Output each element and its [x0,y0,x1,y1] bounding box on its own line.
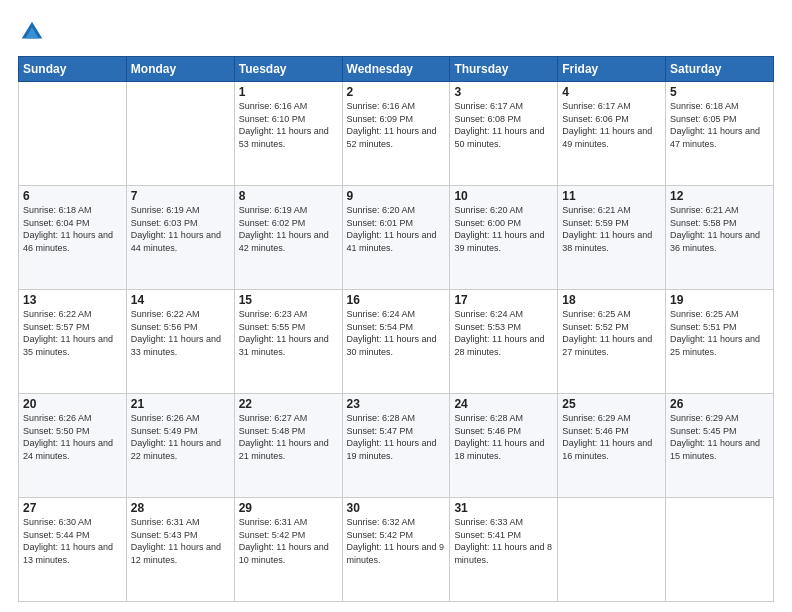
day-number: 28 [131,501,230,515]
day-info: Sunrise: 6:28 AM Sunset: 5:46 PM Dayligh… [454,412,553,462]
day-info: Sunrise: 6:20 AM Sunset: 6:01 PM Dayligh… [347,204,446,254]
day-info: Sunrise: 6:27 AM Sunset: 5:48 PM Dayligh… [239,412,338,462]
calendar-cell: 27Sunrise: 6:30 AM Sunset: 5:44 PM Dayli… [19,498,127,602]
calendar-cell: 18Sunrise: 6:25 AM Sunset: 5:52 PM Dayli… [558,290,666,394]
calendar-cell: 22Sunrise: 6:27 AM Sunset: 5:48 PM Dayli… [234,394,342,498]
day-info: Sunrise: 6:22 AM Sunset: 5:56 PM Dayligh… [131,308,230,358]
calendar-cell: 20Sunrise: 6:26 AM Sunset: 5:50 PM Dayli… [19,394,127,498]
calendar-cell: 14Sunrise: 6:22 AM Sunset: 5:56 PM Dayli… [126,290,234,394]
day-info: Sunrise: 6:26 AM Sunset: 5:49 PM Dayligh… [131,412,230,462]
calendar-cell: 7Sunrise: 6:19 AM Sunset: 6:03 PM Daylig… [126,186,234,290]
day-info: Sunrise: 6:21 AM Sunset: 5:58 PM Dayligh… [670,204,769,254]
day-number: 18 [562,293,661,307]
calendar-table: SundayMondayTuesdayWednesdayThursdayFrid… [18,56,774,602]
weekday-header-tuesday: Tuesday [234,57,342,82]
day-info: Sunrise: 6:26 AM Sunset: 5:50 PM Dayligh… [23,412,122,462]
calendar-cell [666,498,774,602]
day-info: Sunrise: 6:16 AM Sunset: 6:09 PM Dayligh… [347,100,446,150]
calendar-cell: 10Sunrise: 6:20 AM Sunset: 6:00 PM Dayli… [450,186,558,290]
day-number: 20 [23,397,122,411]
day-number: 19 [670,293,769,307]
day-info: Sunrise: 6:24 AM Sunset: 5:53 PM Dayligh… [454,308,553,358]
day-number: 9 [347,189,446,203]
calendar-week-2: 6Sunrise: 6:18 AM Sunset: 6:04 PM Daylig… [19,186,774,290]
calendar-cell [19,82,127,186]
calendar-cell: 4Sunrise: 6:17 AM Sunset: 6:06 PM Daylig… [558,82,666,186]
calendar-cell [558,498,666,602]
calendar-cell: 26Sunrise: 6:29 AM Sunset: 5:45 PM Dayli… [666,394,774,498]
calendar-week-5: 27Sunrise: 6:30 AM Sunset: 5:44 PM Dayli… [19,498,774,602]
day-number: 29 [239,501,338,515]
day-number: 1 [239,85,338,99]
day-number: 2 [347,85,446,99]
page: SundayMondayTuesdayWednesdayThursdayFrid… [0,0,792,612]
day-info: Sunrise: 6:20 AM Sunset: 6:00 PM Dayligh… [454,204,553,254]
day-number: 10 [454,189,553,203]
calendar-cell: 19Sunrise: 6:25 AM Sunset: 5:51 PM Dayli… [666,290,774,394]
day-number: 21 [131,397,230,411]
day-number: 15 [239,293,338,307]
calendar-cell: 13Sunrise: 6:22 AM Sunset: 5:57 PM Dayli… [19,290,127,394]
calendar-cell: 11Sunrise: 6:21 AM Sunset: 5:59 PM Dayli… [558,186,666,290]
day-info: Sunrise: 6:17 AM Sunset: 6:08 PM Dayligh… [454,100,553,150]
calendar-cell: 21Sunrise: 6:26 AM Sunset: 5:49 PM Dayli… [126,394,234,498]
calendar-cell: 31Sunrise: 6:33 AM Sunset: 5:41 PM Dayli… [450,498,558,602]
day-info: Sunrise: 6:18 AM Sunset: 6:05 PM Dayligh… [670,100,769,150]
calendar-cell: 1Sunrise: 6:16 AM Sunset: 6:10 PM Daylig… [234,82,342,186]
calendar-cell: 25Sunrise: 6:29 AM Sunset: 5:46 PM Dayli… [558,394,666,498]
day-info: Sunrise: 6:29 AM Sunset: 5:45 PM Dayligh… [670,412,769,462]
logo-icon [18,18,46,46]
day-number: 24 [454,397,553,411]
day-info: Sunrise: 6:33 AM Sunset: 5:41 PM Dayligh… [454,516,553,566]
day-info: Sunrise: 6:17 AM Sunset: 6:06 PM Dayligh… [562,100,661,150]
day-info: Sunrise: 6:16 AM Sunset: 6:10 PM Dayligh… [239,100,338,150]
weekday-header-thursday: Thursday [450,57,558,82]
day-number: 25 [562,397,661,411]
day-number: 3 [454,85,553,99]
calendar-cell: 17Sunrise: 6:24 AM Sunset: 5:53 PM Dayli… [450,290,558,394]
day-number: 23 [347,397,446,411]
day-info: Sunrise: 6:31 AM Sunset: 5:42 PM Dayligh… [239,516,338,566]
day-number: 30 [347,501,446,515]
day-info: Sunrise: 6:28 AM Sunset: 5:47 PM Dayligh… [347,412,446,462]
day-info: Sunrise: 6:30 AM Sunset: 5:44 PM Dayligh… [23,516,122,566]
day-number: 12 [670,189,769,203]
day-info: Sunrise: 6:18 AM Sunset: 6:04 PM Dayligh… [23,204,122,254]
day-number: 27 [23,501,122,515]
day-number: 13 [23,293,122,307]
day-number: 11 [562,189,661,203]
calendar-cell: 15Sunrise: 6:23 AM Sunset: 5:55 PM Dayli… [234,290,342,394]
calendar-cell: 3Sunrise: 6:17 AM Sunset: 6:08 PM Daylig… [450,82,558,186]
day-number: 8 [239,189,338,203]
calendar-cell: 23Sunrise: 6:28 AM Sunset: 5:47 PM Dayli… [342,394,450,498]
calendar-cell: 29Sunrise: 6:31 AM Sunset: 5:42 PM Dayli… [234,498,342,602]
calendar-week-4: 20Sunrise: 6:26 AM Sunset: 5:50 PM Dayli… [19,394,774,498]
logo [18,18,50,46]
calendar-cell: 24Sunrise: 6:28 AM Sunset: 5:46 PM Dayli… [450,394,558,498]
calendar-cell: 6Sunrise: 6:18 AM Sunset: 6:04 PM Daylig… [19,186,127,290]
day-number: 14 [131,293,230,307]
day-info: Sunrise: 6:29 AM Sunset: 5:46 PM Dayligh… [562,412,661,462]
calendar-cell: 30Sunrise: 6:32 AM Sunset: 5:42 PM Dayli… [342,498,450,602]
calendar-cell: 12Sunrise: 6:21 AM Sunset: 5:58 PM Dayli… [666,186,774,290]
calendar-cell: 5Sunrise: 6:18 AM Sunset: 6:05 PM Daylig… [666,82,774,186]
calendar-week-3: 13Sunrise: 6:22 AM Sunset: 5:57 PM Dayli… [19,290,774,394]
weekday-header-row: SundayMondayTuesdayWednesdayThursdayFrid… [19,57,774,82]
weekday-header-sunday: Sunday [19,57,127,82]
calendar-week-1: 1Sunrise: 6:16 AM Sunset: 6:10 PM Daylig… [19,82,774,186]
day-info: Sunrise: 6:25 AM Sunset: 5:52 PM Dayligh… [562,308,661,358]
day-info: Sunrise: 6:25 AM Sunset: 5:51 PM Dayligh… [670,308,769,358]
calendar-cell: 8Sunrise: 6:19 AM Sunset: 6:02 PM Daylig… [234,186,342,290]
day-info: Sunrise: 6:32 AM Sunset: 5:42 PM Dayligh… [347,516,446,566]
day-number: 31 [454,501,553,515]
day-info: Sunrise: 6:31 AM Sunset: 5:43 PM Dayligh… [131,516,230,566]
day-info: Sunrise: 6:23 AM Sunset: 5:55 PM Dayligh… [239,308,338,358]
day-number: 4 [562,85,661,99]
day-number: 22 [239,397,338,411]
day-number: 17 [454,293,553,307]
calendar-cell: 2Sunrise: 6:16 AM Sunset: 6:09 PM Daylig… [342,82,450,186]
day-number: 26 [670,397,769,411]
day-info: Sunrise: 6:21 AM Sunset: 5:59 PM Dayligh… [562,204,661,254]
weekday-header-monday: Monday [126,57,234,82]
calendar-cell: 28Sunrise: 6:31 AM Sunset: 5:43 PM Dayli… [126,498,234,602]
